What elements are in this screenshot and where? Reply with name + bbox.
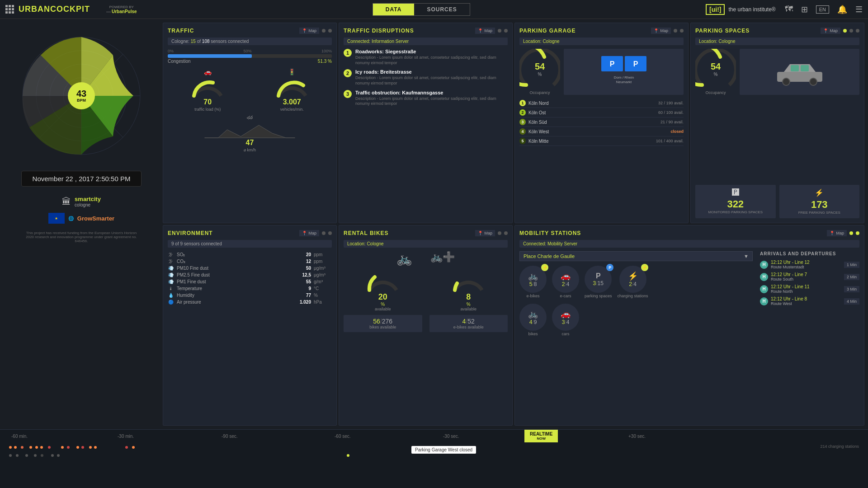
bike-gauge-2: 8% available bbox=[429, 270, 508, 311]
grid-icon bbox=[5, 5, 14, 14]
datetime-display: November 22 , 2017 2:50:50 PM bbox=[21, 171, 142, 187]
place-selector[interactable]: Place Charle de Gaulle ▼ bbox=[519, 251, 753, 261]
spaces-gauge: 54 % bbox=[695, 49, 736, 89]
env-pm25: 💨 PM2.5 Fine dust 12,5 μg/m³ bbox=[168, 272, 332, 277]
grid-view-icon[interactable]: ⊞ bbox=[801, 5, 808, 14]
disruption-content-3: Traffic obstruction: Kaufmannsgasse Desc… bbox=[355, 90, 508, 107]
bike-gauge-1: 20% available bbox=[344, 270, 422, 311]
menu-icon[interactable]: ☰ bbox=[855, 5, 863, 14]
timeline: -60 min. -30 min. -90 sec. -60 sec. -30 … bbox=[0, 429, 868, 488]
arrival-icon-3: H bbox=[760, 285, 768, 293]
parking-spaces-map-btn[interactable]: 📍 Map bbox=[821, 28, 840, 34]
traffic-title: TRAFFIC bbox=[168, 28, 194, 34]
svg-text:P: P bbox=[609, 60, 614, 68]
spaces-location-badge: Location: Cologne bbox=[695, 38, 859, 45]
parking-garage-map-btn[interactable]: 📍 Map bbox=[651, 28, 671, 34]
mobility-charging-circle[interactable]: ⚡ 2/4 ⚡ bbox=[619, 266, 646, 293]
disruption-content-1: Roadworks: Siegesstraße Description - Lo… bbox=[355, 49, 508, 66]
parking-garage-card: PARKING GARAGE 📍 Map Location: Cologne bbox=[514, 23, 689, 223]
arrivals-section: ARRIVALS AND DEPARTURES H 12:12 Uhr - Li… bbox=[760, 251, 859, 336]
parking-row-1: 1 Köln Nord 32 / 190 avail. bbox=[519, 99, 684, 108]
dot-6 bbox=[680, 29, 684, 33]
arrival-info-1: 12:12 Uhr - Line 12 Route Musterstadt bbox=[771, 260, 841, 269]
spaces-top: 54 % Occupancy bbox=[695, 49, 859, 95]
dot-1 bbox=[322, 29, 326, 33]
header-icons: 🗺 ⊞ EN 🔔 ☰ bbox=[785, 5, 863, 14]
sensor-badge: Cologne: 15 of 108 sensors connected bbox=[168, 38, 332, 45]
mobility-cars: 🚗 3/4 cars bbox=[552, 304, 579, 336]
mobility-content: Place Charle de Gaulle ▼ 🚲 5/8 ⚡ bbox=[519, 251, 859, 336]
pin-icon: 📍 bbox=[302, 231, 307, 235]
disruption-2: 2 Icy roads: Breitestrasse Description -… bbox=[344, 69, 508, 86]
pin-icon: 📍 bbox=[478, 231, 483, 235]
timeline-label-30sec: -30 sec. bbox=[443, 434, 459, 439]
mobility-ecars: 🚗 2/4 e-cars bbox=[552, 266, 579, 298]
pin-icon: 📍 bbox=[830, 231, 835, 235]
bikes-location-badge: Location: Cologne bbox=[344, 240, 508, 248]
mobility-charging: ⚡ 2/4 ⚡ charging stations bbox=[618, 266, 648, 298]
parking-row-4: 4 Köln West closed bbox=[519, 127, 684, 136]
bikes-icons: 🚲 🚲➕ bbox=[344, 251, 508, 266]
parking-spaces-header: PARKING SPACES 📍 Map bbox=[695, 28, 859, 34]
progress-fill bbox=[168, 54, 252, 58]
spaces-counts: 🅿 322 MONITORED PARKING SPACES ⚡ 173 FRE… bbox=[695, 185, 859, 218]
svg-rect-19 bbox=[801, 65, 809, 71]
environment-header: ENVIRONMENT 📍 Map bbox=[168, 230, 332, 236]
mobility-ebikes-circle[interactable]: 🚲 5/8 ⚡ bbox=[519, 266, 547, 293]
arrivals-title: ARRIVALS AND DEPARTURES bbox=[760, 251, 859, 256]
vehicles-gauge: 🚦 3.007 vehicles/min. bbox=[252, 68, 332, 112]
env-temperature: 🌡 Temperature 9 °C bbox=[168, 286, 332, 291]
timeline-label-plus30: +30 sec. bbox=[628, 434, 646, 439]
parking-num-2: 2 bbox=[519, 109, 526, 116]
mobility-cars-circle[interactable]: 🚗 3/4 bbox=[552, 304, 579, 331]
svg-text:P: P bbox=[633, 60, 638, 68]
rental-bikes-card: RENTAL BIKES 📍 Map Location: Cologne 🚲 🚲… bbox=[339, 225, 513, 426]
parking-garage-controls: 📍 Map bbox=[651, 28, 684, 34]
gauges-row: 🚗 70 traffic load (%) 🚦 3.007 vehi bbox=[168, 68, 332, 112]
occupancy-gauge: 54 % bbox=[519, 49, 560, 89]
arrival-icon-1: H bbox=[760, 261, 768, 269]
mobility-parking-circle[interactable]: P 3/15 P bbox=[585, 266, 612, 293]
congestion-bar: 0% 50% 100% Congestion 51.3 % bbox=[168, 49, 332, 64]
arrival-info-2: 12:12 Uhr - Line 7 Route South bbox=[771, 272, 841, 282]
parking-num-3: 3 bbox=[519, 119, 526, 125]
env-humidity: 💧 Humidity 77 % bbox=[168, 293, 332, 298]
car-image bbox=[740, 49, 859, 95]
map-icon[interactable]: 🗺 bbox=[785, 5, 793, 14]
mobility-bikes-circle[interactable]: 🚲 4/9 bbox=[519, 304, 547, 331]
rental-bikes-map-btn[interactable]: 📍 Map bbox=[475, 230, 495, 236]
language-selector[interactable]: EN bbox=[816, 5, 829, 14]
environment-map-btn[interactable]: 📍 Map bbox=[299, 230, 319, 236]
disruptions-title: TRAFFIC DISRUPTIONS bbox=[344, 28, 414, 34]
tab-data[interactable]: DATA bbox=[373, 4, 415, 15]
environment-card: ENVIRONMENT 📍 Map 9 of 9 sensors connect… bbox=[163, 225, 337, 426]
disruptions-map-btn[interactable]: 📍 Map bbox=[475, 28, 495, 34]
disruptions-header: TRAFFIC DISRUPTIONS 📍 Map bbox=[344, 28, 508, 34]
parking-num-4: 4 bbox=[519, 128, 526, 135]
parking-spaces-card: PARKING SPACES 📍 Map Location: Cologne bbox=[690, 23, 864, 223]
parking-garage-title: PARKING GARAGE bbox=[519, 28, 576, 34]
traffic-map-btn[interactable]: 📍 Map bbox=[299, 28, 319, 34]
disruption-num-2: 2 bbox=[344, 69, 352, 77]
eu-flag: ★ bbox=[48, 213, 65, 224]
logos-section: 🏛 smartcity cologne ★ 🌐 GrowSmarter This… bbox=[23, 196, 140, 243]
disruption-num-1: 1 bbox=[344, 49, 352, 57]
charging-badge: ⚡ bbox=[641, 264, 648, 271]
charging-icon: ⚡ bbox=[783, 188, 856, 197]
timeline-label-30min: -30 min. bbox=[118, 434, 134, 439]
notification-icon[interactable]: 🔔 bbox=[837, 5, 847, 14]
progress-labels: 0% 50% 100% bbox=[168, 49, 332, 53]
mobility-ebikes: 🚲 5/8 ⚡ e-bikes bbox=[519, 266, 547, 298]
pin-icon: 📍 bbox=[654, 28, 659, 33]
chevron-down-icon: ▼ bbox=[744, 253, 749, 259]
env-pm1: 💨 PM1 Fine dust 55 g/m³ bbox=[168, 279, 332, 284]
tab-sources[interactable]: SOURCES bbox=[414, 4, 469, 15]
mobility-map-btn[interactable]: 📍 Map bbox=[827, 230, 847, 236]
parking-row-5: 5 Köln Mitte 101 / 400 avail. bbox=[519, 136, 684, 146]
mobility-ecars-circle[interactable]: 🚗 2/4 bbox=[552, 266, 579, 293]
dot-12 bbox=[498, 231, 501, 235]
traffic-card: TRAFFIC 📍 Map Cologne: 15 of 108 sensors… bbox=[163, 23, 337, 223]
dot-11 bbox=[328, 231, 332, 235]
env-co2: 🌫 CO₂ 12 ppm bbox=[168, 259, 332, 264]
so2-icon: 🌫 bbox=[168, 252, 174, 257]
